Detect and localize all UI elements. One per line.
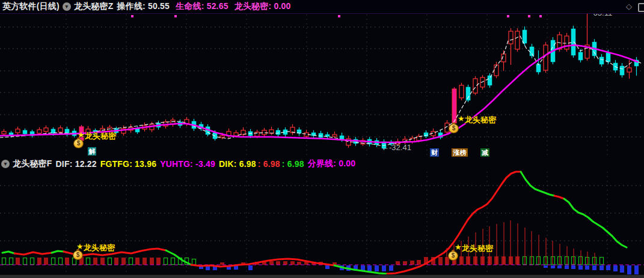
sub-field-yuhtg: YUHTG: -3.49 xyxy=(160,159,215,169)
sub-indicator-name: 龙头秘密F xyxy=(13,159,52,169)
collapse-sub-panel-icon[interactable]: ▾ xyxy=(1,160,10,168)
trading-app-window: 英方软件(日线) ▾ 龙头秘密Z 操作线: 50.55 生命线: 52.65 龙… xyxy=(0,0,644,278)
diamond-icon[interactable]: ◇ xyxy=(626,2,632,11)
sub-chart-header: ▾ 龙头秘密F DIF: 12.22 FGTFG: 13.96 YUHTG: -… xyxy=(0,158,644,170)
bottom-divider-strip[interactable] xyxy=(0,274,644,278)
collapse-main-panel-icon[interactable]: ▾ xyxy=(63,2,71,11)
sub-field-value-red: : 6.98 xyxy=(258,159,280,169)
main-field-life-line: 生命线: 52.65 xyxy=(176,1,228,12)
main-field-longtou-secret: 龙头秘密: 0.00 xyxy=(235,1,291,12)
main-field-operation-line: 操作线: 50.55 xyxy=(117,1,170,12)
window-controls: ◇ xyxy=(622,2,644,11)
sub-field-dik: DIK: 6.98 xyxy=(219,159,256,169)
sub-field-dif: DIF: 12.22 xyxy=(56,159,97,169)
stock-title: 英方软件(日线) xyxy=(2,1,60,12)
main-chart-header: 英方软件(日线) ▾ 龙头秘密Z 操作线: 50.55 生命线: 52.65 龙… xyxy=(0,0,644,14)
sub-field-fgtfg: FGTFG: 13.96 xyxy=(100,159,156,169)
main-indicator-name: 龙头秘密Z xyxy=(74,1,114,12)
sub-field-value-green: : 6.98 xyxy=(282,159,304,169)
sub-field-boundary-line: 分界线: 0.00 xyxy=(308,159,356,169)
price-and-indicator-chart[interactable] xyxy=(0,0,644,278)
maximize-icon[interactable] xyxy=(638,3,644,12)
